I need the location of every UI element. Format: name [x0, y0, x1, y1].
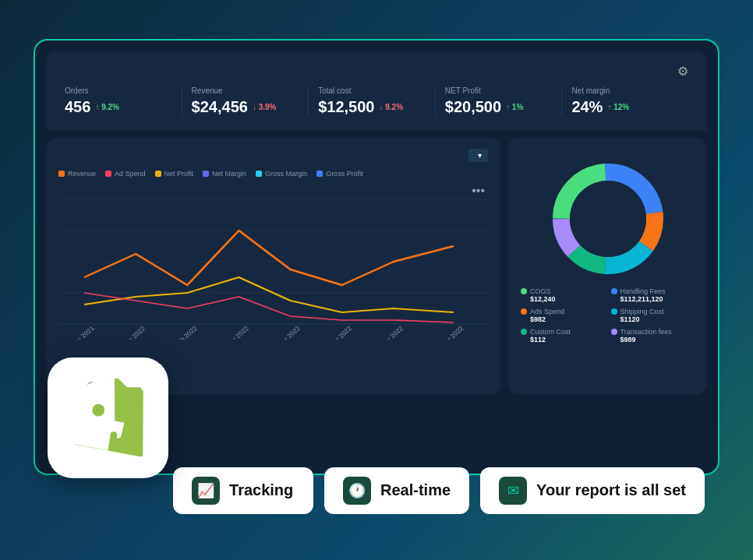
svg-point-19: [570, 181, 646, 257]
donut-chart-container: [521, 157, 695, 281]
cost-legend-name: Handling Fees: [620, 287, 666, 295]
cost-legend-value: $1120: [620, 315, 695, 323]
legend-label: Net Margin: [212, 170, 246, 178]
metric-change: ↑ 12%: [607, 103, 629, 111]
badge-tracking[interactable]: 📈 Tracking: [173, 467, 313, 514]
legend-item-0: Revenue: [58, 170, 96, 178]
metric-change: ↑ 9.2%: [95, 103, 119, 111]
cost-legend-item-2: Ads Spend $982: [521, 308, 605, 323]
performance-chart: Dec 2021 Jan 2022 Feb 2022 Mar 2022 Mar …: [58, 184, 488, 340]
metric-value-row: 456 ↑ 9.2%: [65, 98, 172, 116]
metrics-row: Orders 456 ↑ 9.2% Revenue $24,456 ↓ 3.9%…: [65, 86, 688, 116]
cost-legend-item-3: Shipping Cost $1120: [611, 308, 695, 323]
metric-value: 24%: [571, 98, 603, 116]
cost-legend-name: COGS: [530, 287, 551, 295]
cost-legend-name: Custom Cost: [530, 328, 571, 336]
filter-icon[interactable]: ⚙: [677, 64, 688, 79]
metric-value-row: $20,500 ↑ 1%: [445, 98, 553, 116]
svg-text:Mar 2022: Mar 2022: [379, 324, 405, 340]
cost-legend: COGS $12,240 Handling Fees $112,211,120 …: [521, 287, 695, 343]
legend-label: Gross Profit: [326, 170, 363, 178]
badge-label-report: Your report is all set: [536, 481, 686, 499]
badge-label-tracking: Tracking: [229, 481, 293, 499]
metric-value: 456: [65, 98, 90, 116]
legend-item-5: Gross Profit: [316, 170, 363, 178]
cost-legend-item-4: Custom Cost $112: [521, 328, 605, 343]
metric-item-0: Orders 456 ↑ 9.2%: [65, 86, 182, 116]
cost-legend-item-5: Transaction fees $989: [611, 328, 695, 343]
svg-text:Mar 2022: Mar 2022: [224, 324, 250, 340]
legend-label: Gross Margin: [265, 170, 307, 178]
cost-legend-name: Shipping Cost: [620, 308, 664, 315]
overview-section: ⚙ Orders 456 ↑ 9.2% Revenue $24,456 ↓ 3.…: [46, 51, 707, 130]
badge-icon-report: ✉: [499, 477, 527, 505]
svg-text:Jan 2022: Jan 2022: [121, 324, 147, 339]
badge-report[interactable]: ✉ Your report is all set: [480, 467, 705, 514]
period-selector[interactable]: ▾: [464, 149, 488, 162]
chart-area: Dec 2021 Jan 2022 Feb 2022 Mar 2022 Mar …: [58, 184, 488, 340]
cost-legend-value: $112: [530, 336, 605, 343]
legend-row: Revenue Ad Spend Net Profit Net Margin G…: [58, 170, 488, 178]
legend-item-3: Net Margin: [203, 170, 246, 178]
metric-item-1: Revenue $24,456 ↓ 3.9%: [182, 86, 309, 116]
period-value[interactable]: ▾: [468, 149, 488, 162]
metric-label: Revenue: [192, 86, 299, 95]
cost-legend-item-0: COGS $12,240: [521, 287, 605, 303]
svg-text:Feb 2022: Feb 2022: [172, 324, 199, 340]
legend-label: Ad Spend: [115, 170, 146, 178]
metric-label: NET Profit: [445, 86, 553, 95]
cost-legend-name: Ads Spend: [530, 308, 564, 315]
cost-legend-value: $112,211,120: [620, 295, 695, 303]
shopify-logo: [48, 357, 168, 478]
svg-text:Dec 2021: Dec 2021: [69, 324, 96, 340]
metric-value-row: $12,500 ↓ 9.2%: [318, 98, 426, 116]
cost-legend-value: $12,240: [530, 295, 605, 303]
metric-value-row: $24,456 ↓ 3.9%: [192, 98, 299, 116]
metric-value: $12,500: [318, 98, 374, 116]
badge-label-realtime: Real-time: [380, 481, 451, 499]
bottom-row: ▾ Revenue Ad Spend Net Profit Net Margin…: [46, 138, 707, 395]
svg-text:Mar 2022: Mar 2022: [439, 324, 465, 340]
donut-chart: [546, 157, 670, 281]
shopify-icon: [69, 379, 147, 456]
badge-icon-tracking: 📈: [192, 477, 220, 505]
chevron-icon: ▾: [478, 151, 482, 160]
metric-label: Orders: [65, 86, 172, 95]
performance-header: ▾: [58, 149, 488, 162]
legend-item-4: Gross Margin: [256, 170, 307, 178]
badge-realtime[interactable]: 🕐 Real-time: [324, 467, 469, 514]
metric-value: $20,500: [445, 98, 501, 116]
more-options-button[interactable]: •••: [472, 184, 485, 198]
cost-legend-item-1: Handling Fees $112,211,120: [611, 287, 695, 303]
metric-item-2: Total cost $12,500 ↓ 9.2%: [309, 86, 436, 116]
main-container: ⚙ Orders 456 ↑ 9.2% Revenue $24,456 ↓ 3.…: [34, 39, 719, 522]
svg-text:Mar 2022: Mar 2022: [327, 324, 354, 340]
cost-legend-value: $989: [620, 336, 695, 343]
metric-change: ↑ 1%: [506, 103, 523, 111]
performance-panel: ▾ Revenue Ad Spend Net Profit Net Margin…: [46, 138, 500, 395]
legend-label: Revenue: [68, 170, 96, 178]
cost-breakdown-panel: COGS $12,240 Handling Fees $112,211,120 …: [508, 138, 707, 395]
metric-item-3: NET Profit $20,500 ↑ 1%: [436, 86, 563, 116]
metric-change: ↓ 3.9%: [253, 103, 277, 111]
metric-change: ↓ 9.2%: [379, 103, 403, 111]
svg-text:Mar 2022: Mar 2022: [275, 324, 302, 340]
legend-label: Net Profit: [164, 170, 194, 178]
badge-icon-realtime: 🕐: [343, 477, 371, 505]
metric-value: $24,456: [192, 98, 248, 116]
legend-item-2: Net Profit: [155, 170, 194, 178]
metric-value-row: 24% ↑ 12%: [571, 98, 679, 116]
cost-legend-value: $982: [530, 315, 605, 323]
cost-legend-name: Transaction fees: [620, 328, 672, 336]
metric-label: Total cost: [318, 86, 426, 95]
overview-header: ⚙: [65, 64, 688, 79]
metric-label: Net margin: [571, 86, 679, 95]
metric-item-4: Net margin 24% ↑ 12%: [562, 86, 688, 116]
legend-item-1: Ad Spend: [105, 170, 146, 178]
